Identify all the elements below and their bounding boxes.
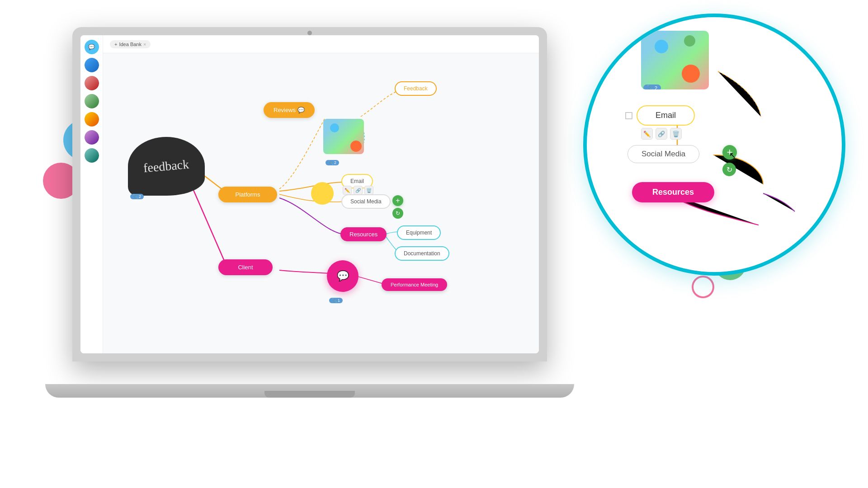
resources-node[interactable]: Resources bbox=[340, 227, 387, 241]
zoom-image-node: 📎 2 bbox=[641, 31, 709, 89]
client-label: Client bbox=[218, 259, 273, 275]
avatar-2[interactable] bbox=[85, 76, 99, 90]
pink-circle-icon: 💬 bbox=[327, 260, 359, 292]
add-social-media-button[interactable]: + bbox=[392, 195, 403, 206]
laptop: 💬 bbox=[72, 27, 547, 398]
laptop-screen: 💬 bbox=[80, 35, 539, 353]
avatar-5[interactable] bbox=[85, 130, 99, 145]
pink-paperclip-icon: 📎 bbox=[332, 298, 337, 303]
client-node[interactable]: Client bbox=[218, 259, 273, 275]
equipment-label: Equipment bbox=[397, 225, 441, 240]
zoom-connections-svg bbox=[587, 17, 842, 272]
social-media-node[interactable]: Social Media bbox=[341, 194, 391, 209]
documentation-node[interactable]: Documentation bbox=[395, 246, 449, 261]
mind-map-canvas[interactable]: feedback 📎 2 Reviews 💬 bbox=[103, 53, 539, 353]
zoom-delete-icon[interactable]: 🗑️ bbox=[670, 128, 682, 140]
laptop-base bbox=[45, 384, 574, 398]
social-media-label: Social Media bbox=[341, 194, 391, 209]
image-node[interactable]: 📎 2 bbox=[323, 119, 364, 162]
zoom-radio-button[interactable] bbox=[625, 112, 632, 119]
pink-circle-attachment-badge: 📎 1 bbox=[329, 298, 343, 303]
pink-attachment-count: 1 bbox=[338, 298, 340, 303]
idea-bank-tab[interactable]: + Idea Bank × bbox=[110, 40, 151, 48]
zoom-add-button[interactable]: + bbox=[722, 145, 737, 160]
laptop-camera bbox=[307, 31, 312, 35]
reviews-label: Reviews 💬 bbox=[264, 102, 315, 118]
scene: 💬 bbox=[0, 0, 868, 488]
chat-sidebar-icon[interactable]: 💬 bbox=[85, 40, 99, 54]
avatar-6[interactable] bbox=[85, 148, 99, 163]
email-edit-icon[interactable]: ✏️ bbox=[343, 186, 352, 195]
zoom-edit-icon[interactable]: ✏️ bbox=[641, 128, 653, 140]
resources-label: Resources bbox=[340, 227, 387, 241]
yellow-oval-node[interactable] bbox=[311, 182, 334, 205]
zoom-email-edit-bar: ✏️ 🔗 🗑️ bbox=[641, 128, 695, 140]
zoom-image-attach-badge: 📎 2 bbox=[643, 84, 661, 89]
zoom-resources-node[interactable]: Resources bbox=[632, 182, 714, 202]
reviews-node[interactable]: Reviews 💬 bbox=[264, 102, 315, 118]
image-attachment-badge: 📎 2 bbox=[326, 160, 339, 165]
email-delete-icon[interactable]: 🗑️ bbox=[364, 186, 373, 195]
zoom-overlay: 📎 2 Email ✏️ 🔗 🗑️ Social bbox=[583, 14, 845, 276]
deco-pink-ring bbox=[692, 276, 714, 298]
sidebar: 💬 bbox=[80, 35, 103, 353]
documentation-label: Documentation bbox=[395, 246, 449, 261]
avatar-4[interactable] bbox=[85, 112, 99, 127]
platforms-node[interactable]: Platforms bbox=[218, 187, 277, 202]
feedback-attachment-count: 2 bbox=[139, 194, 141, 199]
feedback-small-label: Feedback bbox=[395, 81, 437, 96]
email-link-icon[interactable]: 🔗 bbox=[354, 186, 363, 195]
zoom-email-node[interactable]: Email ✏️ 🔗 🗑️ bbox=[637, 105, 695, 140]
chalk-bubble: feedback bbox=[128, 137, 205, 196]
feedback-small-node[interactable]: Feedback bbox=[395, 81, 437, 96]
platforms-label: Platforms bbox=[218, 187, 277, 202]
equipment-node[interactable]: Equipment bbox=[397, 225, 441, 240]
screen-content: 💬 bbox=[80, 35, 539, 353]
zoom-social-media-node[interactable]: Social Media bbox=[627, 145, 699, 163]
performance-meeting-node[interactable]: Performance Meeting bbox=[382, 278, 447, 291]
feedback-chalk-text: feedback bbox=[143, 157, 189, 176]
zoom-link-icon[interactable]: 🔗 bbox=[656, 128, 667, 140]
feedback-node[interactable]: feedback 📎 2 bbox=[128, 137, 205, 196]
image-attachment-count: 2 bbox=[334, 160, 336, 165]
tab-close-icon[interactable]: × bbox=[143, 42, 146, 47]
toolbar: + Idea Bank × bbox=[103, 35, 539, 53]
image-paperclip-icon: 📎 bbox=[328, 160, 333, 165]
email-edit-bar: ✏️ 🔗 🗑️ bbox=[343, 186, 373, 195]
tab-label: Idea Bank bbox=[119, 42, 142, 47]
feedback-attachment-badge: 📎 2 bbox=[130, 194, 144, 199]
avatar-1[interactable] bbox=[85, 58, 99, 72]
zoom-refresh-button[interactable]: ↻ bbox=[722, 163, 736, 176]
avatar-3[interactable] bbox=[85, 94, 99, 108]
laptop-outer: 💬 bbox=[72, 27, 547, 361]
refresh-button[interactable]: ↻ bbox=[392, 208, 403, 219]
performance-meeting-label: Performance Meeting bbox=[382, 278, 447, 291]
tab-plus-icon: + bbox=[114, 42, 117, 47]
pink-circle-node[interactable]: 💬 📎 1 bbox=[327, 260, 359, 300]
paperclip-icon: 📎 bbox=[133, 194, 138, 199]
